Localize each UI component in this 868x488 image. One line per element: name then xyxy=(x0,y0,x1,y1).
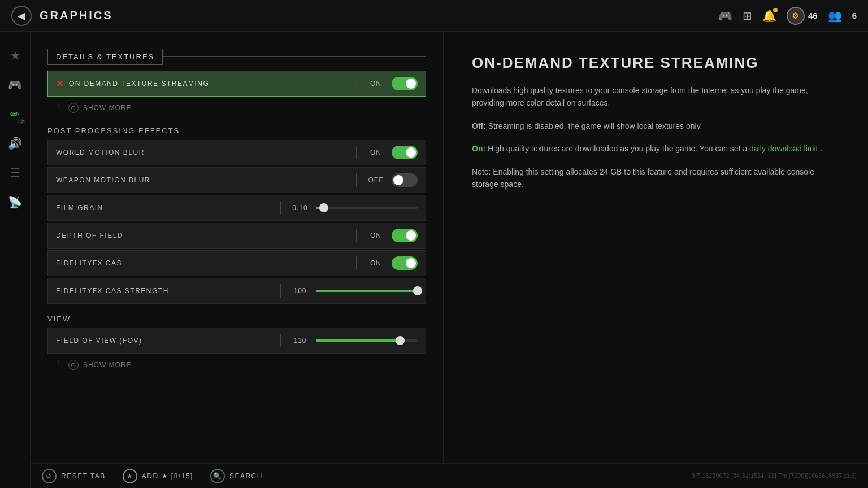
sep xyxy=(280,284,281,298)
setting-world-motion-blur[interactable]: WORLD MOTION BLUR ON xyxy=(47,140,426,165)
slider-fill-fidelityfx-cas-strength xyxy=(316,290,418,292)
toggle-knob xyxy=(406,230,416,241)
setting-fidelityfx-cas-strength[interactable]: FIDELITYFX CAS STRENGTH 100 xyxy=(47,278,426,304)
reset-tab-button[interactable]: ↺ RESET TAB xyxy=(42,469,106,483)
info-off-text: Off: Streaming is disabled, the game wil… xyxy=(472,120,840,132)
show-more-view[interactable]: └ ⊕ SHOW MORE xyxy=(47,355,426,374)
add-star-icon: ★ xyxy=(123,469,137,483)
profile-level: 46 xyxy=(808,11,818,20)
info-description: Downloads high quality textures to your … xyxy=(472,84,840,110)
setting-depth-of-field[interactable]: DEPTH OF FIELD ON xyxy=(47,223,426,249)
section-details-textures: DETAILS & TEXTURES xyxy=(47,49,426,65)
slider-fidelityfx-cas-strength[interactable] xyxy=(316,290,418,292)
info-title: ON-DEMAND TEXTURE STREAMING xyxy=(472,54,840,72)
setting-film-grain[interactable]: FILM GRAIN 0.10 xyxy=(47,195,426,221)
toggle-depth-of-field[interactable] xyxy=(392,229,418,242)
section-line xyxy=(163,56,426,57)
sidebar-item-interface[interactable]: ☰ xyxy=(3,160,28,185)
slider-film-grain[interactable] xyxy=(316,207,418,209)
show-more-icon-details: ⊕ xyxy=(68,103,79,113)
setting-value-fov: 110 xyxy=(289,337,311,345)
bell-icon[interactable]: 🔔 xyxy=(762,9,776,23)
sidebar-badge-graphics: L2 xyxy=(17,119,25,124)
version-text: 9.7.13200072 [34:31:1561+11] Tm [7000][1… xyxy=(692,473,857,479)
setting-value-world-motion-blur: ON xyxy=(364,149,387,156)
search-label: SEARCH xyxy=(229,472,263,480)
sep xyxy=(356,256,357,270)
toggle-world-motion-blur[interactable] xyxy=(392,146,418,159)
setting-weapon-motion-blur[interactable]: WEAPON MOTION BLUR OFF xyxy=(47,167,426,193)
setting-label-fov: FIELD OF VIEW (FOV) xyxy=(56,337,272,345)
settings-panel: DETAILS & TEXTURES ✕ ON-DEMAND TEXTURE S… xyxy=(31,32,443,463)
sidebar-item-audio[interactable]: 🔊 xyxy=(3,131,28,156)
search-button[interactable]: 🔍 SEARCH xyxy=(210,469,263,483)
sidebar-item-network[interactable]: 📡 xyxy=(3,190,28,215)
setting-value-fidelityfx-cas: ON xyxy=(364,259,387,267)
sidebar-item-graphics[interactable]: ✏ L2 xyxy=(3,102,28,127)
slider-fill-fov xyxy=(316,339,400,342)
topbar-left: ◀ GRAPHICS xyxy=(11,6,113,26)
setting-control-weapon-motion-blur: OFF xyxy=(364,173,418,187)
setting-fov[interactable]: FIELD OF VIEW (FOV) 110 xyxy=(47,328,426,354)
setting-value-film-grain: 0.10 xyxy=(289,204,311,212)
info-on-text: On: High quality textures are downloaded… xyxy=(472,142,840,155)
show-more-label-details: SHOW MORE xyxy=(83,104,132,112)
sidebar-item-controller[interactable]: 🎮 xyxy=(3,72,28,97)
setting-control-fidelityfx-cas-strength: 100 xyxy=(289,287,418,295)
indent-icon: └ xyxy=(55,103,62,112)
sep xyxy=(280,334,281,347)
topbar: ◀ GRAPHICS 🎮 ⊞ 🔔 ⚙ 46 👥 6 xyxy=(0,0,868,32)
bottombar: ↺ RESET TAB ★ ADD ★ [8/15] 🔍 SEARCH 9.7.… xyxy=(31,463,868,488)
setting-value-depth-of-field: ON xyxy=(364,232,387,239)
profile-icon: ⚙ xyxy=(787,7,805,25)
show-more-details[interactable]: └ ⊕ SHOW MORE xyxy=(47,98,426,117)
setting-value-weapon-motion-blur: OFF xyxy=(364,176,387,184)
toggle-fidelityfx-cas[interactable] xyxy=(392,256,418,270)
toggle-weapon-motion-blur[interactable] xyxy=(392,173,418,187)
main-content: DETAILS & TEXTURES ✕ ON-DEMAND TEXTURE S… xyxy=(31,32,868,463)
sep xyxy=(356,146,357,159)
info-on-desc: High quality textures are downloaded as … xyxy=(488,144,749,153)
profile-badge[interactable]: ⚙ 46 xyxy=(787,7,818,25)
close-icon: ✕ xyxy=(56,79,63,89)
slider-thumb-fidelityfx-cas-strength xyxy=(413,286,422,295)
page-title: GRAPHICS xyxy=(40,9,113,22)
info-panel: ON-DEMAND TEXTURE STREAMING Downloads hi… xyxy=(443,32,868,463)
sep xyxy=(356,229,357,242)
setting-control-depth-of-field: ON xyxy=(364,229,418,242)
setting-control-fidelityfx-cas: ON xyxy=(364,256,418,270)
sidebar-item-favorites[interactable]: ★ xyxy=(3,43,28,68)
setting-control-fov: 110 xyxy=(289,337,418,345)
toggle-knob xyxy=(406,258,416,268)
setting-fidelityfx-cas[interactable]: FIDELITYFX CAS ON xyxy=(47,250,426,276)
slider-fov[interactable] xyxy=(316,339,418,342)
add-star-button[interactable]: ★ ADD ★ [8/15] xyxy=(123,469,193,483)
info-on-desc2: . xyxy=(820,144,822,153)
section-title-details: DETAILS & TEXTURES xyxy=(47,49,163,65)
search-icon: 🔍 xyxy=(210,469,225,483)
info-note: Note: Enabling this setting allocates 24… xyxy=(472,165,840,191)
info-on-link[interactable]: daily download limit xyxy=(749,144,818,153)
setting-control-film-grain: 0.10 xyxy=(289,204,418,212)
setting-label-depth-of-field: DEPTH OF FIELD xyxy=(56,232,348,239)
squad-count: 6 xyxy=(852,11,857,20)
toggle-on-demand-texture[interactable] xyxy=(392,77,418,90)
setting-value-on-demand-texture: ON xyxy=(364,80,387,88)
sidebar: ★ 🎮 ✏ L2 🔊 ☰ 📡 xyxy=(0,32,31,488)
squad-icon[interactable]: 👥 xyxy=(828,9,842,23)
add-star-label: ADD ★ [8/15] xyxy=(142,472,193,480)
grid-icon[interactable]: ⊞ xyxy=(743,9,752,23)
controller-icon[interactable]: 🎮 xyxy=(718,9,732,23)
toggle-knob xyxy=(393,175,403,185)
info-off-desc: Streaming is disabled, the game will sho… xyxy=(488,121,702,130)
setting-on-demand-texture[interactable]: ✕ ON-DEMAND TEXTURE STREAMING ON xyxy=(47,71,426,97)
setting-label-world-motion-blur: WORLD MOTION BLUR xyxy=(56,149,348,156)
sep xyxy=(356,173,357,187)
setting-value-fidelityfx-cas-strength: 100 xyxy=(289,287,311,295)
topbar-right: 🎮 ⊞ 🔔 ⚙ 46 👥 6 xyxy=(718,7,857,25)
setting-label-fidelityfx-cas: FIDELITYFX CAS xyxy=(56,259,348,267)
slider-thumb-fov xyxy=(396,336,405,345)
back-button[interactable]: ◀ xyxy=(11,6,32,26)
slider-thumb-film-grain xyxy=(319,203,328,212)
squad-badge: 6 xyxy=(852,11,857,20)
